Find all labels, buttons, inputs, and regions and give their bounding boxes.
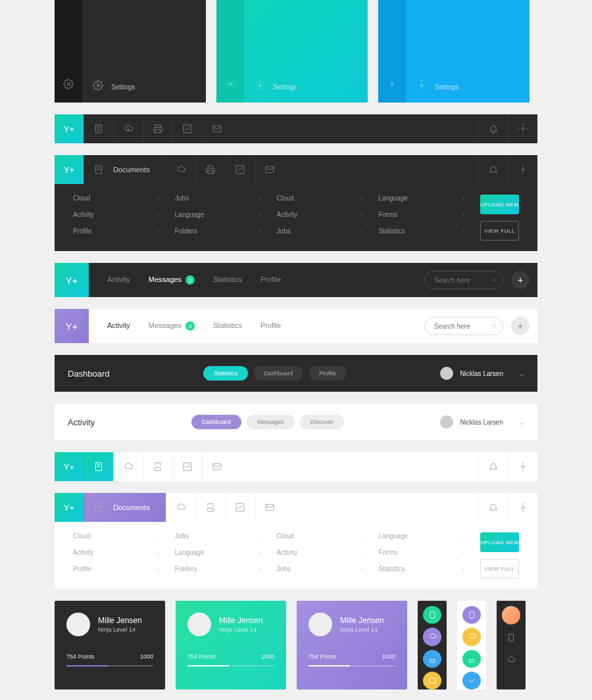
bell-icon[interactable] <box>478 493 508 522</box>
settings-label[interactable]: Settings <box>273 83 297 91</box>
mail-icon[interactable] <box>202 114 232 143</box>
upload-new-button[interactable]: UPLOAD NEW <box>480 195 519 214</box>
printer-icon[interactable] <box>462 650 481 668</box>
add-button[interactable]: + <box>511 271 530 289</box>
nav-link-activity[interactable]: Activity› <box>73 211 159 218</box>
pill-messages[interactable]: Messages <box>247 415 295 429</box>
gear-icon[interactable] <box>255 80 265 91</box>
printer-icon[interactable] <box>195 155 225 184</box>
printer-icon[interactable] <box>143 452 172 481</box>
documents-tab[interactable]: Documents <box>84 155 166 184</box>
search-input[interactable] <box>434 323 487 330</box>
add-button[interactable]: + <box>511 317 530 335</box>
tab-activity[interactable]: Activity <box>107 321 130 331</box>
logo[interactable]: Y+ <box>55 114 84 143</box>
nav-link-cloud[interactable]: Cloud› <box>73 532 159 540</box>
profile-card-purple[interactable]: Mille Jensen Ninja Level 14 754 Points10… <box>297 601 407 689</box>
check-icon[interactable] <box>462 672 481 689</box>
view-full-button[interactable]: VIEW FULL <box>480 221 519 241</box>
gear-icon[interactable] <box>93 80 103 91</box>
printer-icon[interactable] <box>195 493 225 522</box>
profile-card-green[interactable]: Mille Jensen Ninja Level 14 754 Points10… <box>176 601 286 689</box>
search-pill[interactable] <box>424 317 503 335</box>
nav-link-cloud[interactable]: Cloud› <box>73 195 159 202</box>
nav-link-folders[interactable]: Folders› <box>175 227 261 235</box>
tab-profile[interactable]: Profile <box>260 321 281 331</box>
view-full-button[interactable]: VIEW FULL <box>480 559 519 578</box>
nav-link-cloud[interactable]: Cloud› <box>277 532 363 540</box>
gear-icon[interactable] <box>416 80 427 91</box>
doc-icon[interactable] <box>462 606 481 624</box>
nav-link-folders[interactable]: Folders› <box>175 565 261 572</box>
gear-icon[interactable] <box>63 79 74 89</box>
pill-dashboard[interactable]: Dashboard <box>253 366 303 381</box>
gear-icon[interactable] <box>225 79 235 89</box>
gear-icon[interactable] <box>508 452 537 481</box>
gear-icon[interactable] <box>508 155 537 184</box>
mail-icon[interactable] <box>255 493 284 522</box>
pill-discover[interactable]: Discover <box>300 415 344 429</box>
gear-icon[interactable] <box>387 79 397 89</box>
nav-link-language[interactable]: Language› <box>378 195 464 202</box>
logo[interactable]: Y+ <box>55 263 89 297</box>
settings-label[interactable]: Settings <box>435 83 458 91</box>
settings-label[interactable]: Settings <box>111 83 135 91</box>
doc-icon[interactable] <box>502 628 520 647</box>
pill-dashboard[interactable]: Dashboard <box>191 415 241 429</box>
cloud-download-icon[interactable] <box>113 114 143 143</box>
nav-link-forms[interactable]: Forms› <box>378 211 464 218</box>
tab-statistics[interactable]: Statistics <box>213 321 242 331</box>
documents-icon[interactable] <box>84 114 113 143</box>
upload-new-button[interactable]: UPLOAD NEW <box>480 532 519 552</box>
nav-link-cloud[interactable]: Cloud› <box>277 195 363 202</box>
nav-link-activity[interactable]: Activity› <box>277 549 363 556</box>
nav-link-language[interactable]: Language› <box>175 211 261 218</box>
nav-link-jobs[interactable]: Jobs› <box>277 227 363 235</box>
nav-link-profile[interactable]: Profile› <box>73 565 159 572</box>
logo[interactable]: Y+ <box>55 309 89 343</box>
nav-link-jobs[interactable]: Jobs› <box>175 532 261 540</box>
nav-link-forms[interactable]: Forms› <box>378 549 464 556</box>
logo[interactable]: Y+ <box>55 493 84 522</box>
user-menu[interactable]: Nicklas Larsen ⌄ <box>440 367 524 380</box>
nav-link-jobs[interactable]: Jobs› <box>277 565 363 572</box>
avatar[interactable] <box>502 606 520 624</box>
nav-link-activity[interactable]: Activity› <box>277 211 363 218</box>
mail-icon[interactable] <box>202 452 232 481</box>
tab-profile[interactable]: Profile <box>260 275 281 285</box>
pill-statistics[interactable]: Statistics <box>203 366 248 381</box>
doc-icon[interactable] <box>423 606 441 624</box>
nav-link-language[interactable]: Language› <box>175 549 261 556</box>
search-pill[interactable] <box>424 271 503 289</box>
cloud-download-icon[interactable] <box>166 155 195 184</box>
bell-icon[interactable] <box>478 155 508 184</box>
mail-icon[interactable] <box>255 155 284 184</box>
tab-messages[interactable]: Messages3 <box>149 321 195 331</box>
nav-link-statistics[interactable]: Statistics› <box>378 565 464 572</box>
bell-icon[interactable] <box>478 114 508 143</box>
search-input[interactable] <box>434 277 487 284</box>
cloud-icon[interactable] <box>502 651 520 669</box>
profile-card-dark[interactable]: Mille Jensen Ninja Level 14 754 Points10… <box>55 601 165 689</box>
gear-icon[interactable] <box>508 114 537 143</box>
documents-icon[interactable] <box>84 452 113 481</box>
nav-link-language[interactable]: Language› <box>378 532 464 540</box>
cloud-icon[interactable] <box>462 628 481 645</box>
printer-icon[interactable] <box>423 650 441 668</box>
nav-link-activity[interactable]: Activity› <box>73 549 159 556</box>
nav-link-statistics[interactable]: Statistics› <box>378 227 464 235</box>
chart-icon[interactable] <box>225 155 255 184</box>
pill-profile[interactable]: Profile <box>308 366 347 381</box>
cloud-download-icon[interactable] <box>113 452 143 481</box>
bell-icon[interactable] <box>478 452 508 481</box>
chart-icon[interactable] <box>172 452 202 481</box>
tab-statistics[interactable]: Statistics <box>213 275 242 285</box>
mail-icon[interactable] <box>423 672 441 689</box>
cloud-icon[interactable] <box>423 628 441 645</box>
nav-link-jobs[interactable]: Jobs› <box>175 195 261 202</box>
printer-icon[interactable] <box>143 114 172 143</box>
chart-icon[interactable] <box>172 114 202 143</box>
nav-link-profile[interactable]: Profile› <box>73 227 159 235</box>
logo[interactable]: Y+ <box>55 452 84 481</box>
documents-tab[interactable]: Documents <box>84 493 166 522</box>
